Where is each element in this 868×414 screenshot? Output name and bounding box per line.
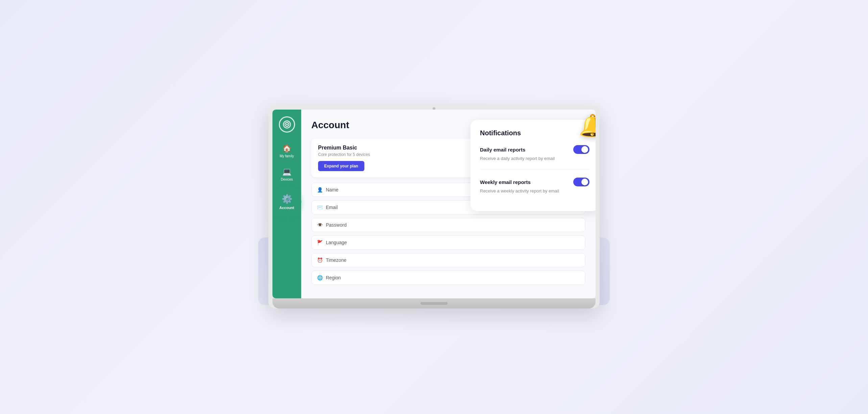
language-field[interactable]: 🚩 Language	[311, 235, 585, 250]
name-label: Name	[326, 187, 338, 192]
svg-point-0	[286, 124, 288, 125]
password-field[interactable]: 👁️ Password	[311, 218, 585, 232]
weekly-email-desc: Receive a weekly activity report by emai…	[480, 188, 589, 193]
user-icon: 👤	[317, 187, 322, 192]
home-icon: 🏠	[282, 144, 291, 153]
bell-container: 🔔 1	[579, 113, 596, 138]
language-label: Language	[326, 240, 347, 245]
sidebar-item-my-family-label: My family	[280, 154, 294, 158]
flag-icon: 🚩	[317, 240, 322, 245]
region-label: Region	[326, 275, 341, 280]
sidebar-item-my-family[interactable]: 🏠 My family	[275, 141, 299, 161]
laptop-notch	[420, 302, 448, 305]
clock-icon: ⏰	[317, 257, 322, 263]
main-content: Account Premium Basic Core protection fo…	[301, 110, 596, 298]
app-logo[interactable]	[279, 116, 295, 133]
sidebar: 🏠 My family 💻 Devices ⚙️ Account	[272, 110, 301, 298]
email-icon: ✉️	[317, 205, 322, 210]
notifications-title: Notifications	[480, 129, 589, 137]
bell-icon: 🔔	[579, 113, 596, 138]
daily-email-item: Daily email reports Receive a daily acti…	[480, 145, 589, 161]
email-label: Email	[326, 205, 338, 210]
gear-icon: ⚙️	[282, 194, 292, 204]
notifications-divider	[480, 169, 589, 169]
weekly-email-toggle[interactable]	[573, 178, 589, 186]
timezone-field[interactable]: ⏰ Timezone	[311, 253, 585, 267]
daily-email-toggle[interactable]	[573, 145, 589, 154]
sidebar-item-devices-label: Devices	[281, 178, 293, 181]
sidebar-item-devices[interactable]: 💻 Devices	[275, 164, 299, 185]
globe-icon: 🌐	[317, 275, 322, 280]
daily-email-title: Daily email reports	[480, 147, 525, 153]
timezone-label: Timezone	[326, 257, 346, 263]
sidebar-item-account[interactable]: ⚙️ Account	[272, 187, 301, 216]
region-field[interactable]: 🌐 Region	[311, 271, 585, 285]
devices-icon: 💻	[282, 167, 291, 176]
notifications-panel: 🔔 1 Notifications Daily email reports Re…	[471, 120, 596, 211]
eye-icon: 👁️	[317, 222, 322, 228]
sidebar-account-label: Account	[280, 206, 294, 210]
password-label: Password	[326, 222, 346, 228]
weekly-email-item: Weekly email reports Receive a weekly ac…	[480, 178, 589, 193]
daily-email-desc: Receive a daily activity report by email	[480, 156, 589, 161]
expand-plan-button[interactable]: Expand your plan	[318, 161, 364, 171]
weekly-email-title: Weekly email reports	[480, 179, 531, 185]
